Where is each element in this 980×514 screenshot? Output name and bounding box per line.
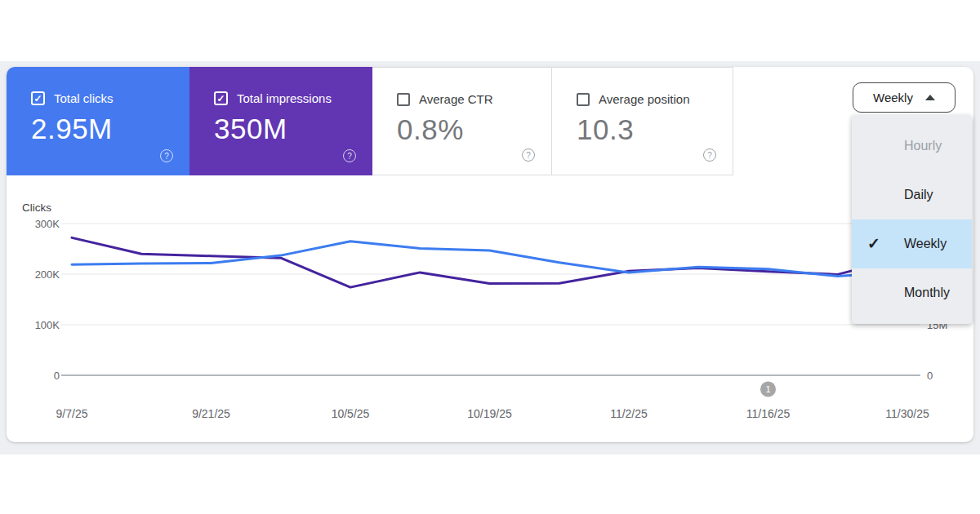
total-impressions-card[interactable]: ✓ Total impressions 350M ? bbox=[189, 67, 372, 175]
clicks-line bbox=[72, 241, 907, 277]
left-axis-title: Clicks bbox=[22, 202, 51, 214]
menu-item-label: Weekly bbox=[904, 237, 947, 250]
granularity-button[interactable]: Weekly bbox=[853, 82, 956, 113]
checkbox-checked-icon[interactable]: ✓ bbox=[31, 91, 45, 105]
checkbox-unchecked-icon[interactable] bbox=[577, 93, 590, 106]
caret-up-icon bbox=[925, 95, 935, 100]
menu-item-weekly[interactable]: ✓ Weekly bbox=[852, 219, 972, 268]
card-label: Average CTR bbox=[419, 92, 493, 106]
search-performance-panel: 0100K200K300K015MClicks9/7/259/21/2510/5… bbox=[7, 67, 973, 442]
checkmark-icon: ✓ bbox=[33, 94, 42, 104]
date-tick: 11/2/25 bbox=[610, 407, 648, 420]
card-head: ✓ Total impressions bbox=[214, 91, 372, 105]
total-impressions-value: 350M bbox=[214, 113, 372, 145]
date-tick: 11/30/25 bbox=[885, 407, 929, 420]
svg-text:1: 1 bbox=[765, 384, 770, 394]
help-icon[interactable]: ? bbox=[703, 148, 716, 162]
checkbox-unchecked-icon[interactable] bbox=[397, 93, 410, 106]
date-tick: 10/5/25 bbox=[332, 407, 370, 420]
average-ctr-value: 0.8% bbox=[397, 113, 551, 146]
date-tick: 11/16/25 bbox=[746, 407, 791, 420]
date-tick: 10/19/25 bbox=[467, 407, 512, 420]
left-axis-tick: 100K bbox=[35, 319, 60, 331]
menu-item-hourly[interactable]: Hourly bbox=[852, 122, 972, 171]
card-head: Average CTR bbox=[397, 92, 551, 106]
card-head: ✓ Total clicks bbox=[31, 91, 189, 105]
help-icon[interactable]: ? bbox=[160, 149, 173, 162]
left-axis-tick: 200K bbox=[35, 268, 60, 281]
screenshot-root: 0100K200K300K015MClicks9/7/259/21/2510/5… bbox=[0, 0, 980, 514]
help-icon[interactable]: ? bbox=[522, 148, 535, 162]
card-head: Average position bbox=[577, 92, 733, 106]
card-label: Total impressions bbox=[237, 91, 332, 105]
average-position-card[interactable]: Average position 10.3 ? bbox=[552, 67, 733, 175]
checkmark-icon: ✓ bbox=[216, 94, 225, 104]
total-clicks-card[interactable]: ✓ Total clicks 2.95M ? bbox=[7, 67, 189, 175]
checkbox-checked-icon[interactable]: ✓ bbox=[214, 91, 228, 105]
menu-item-monthly[interactable]: Monthly bbox=[852, 268, 972, 317]
card-label: Total clicks bbox=[54, 91, 114, 105]
annotation-badge[interactable]: 1 bbox=[760, 382, 776, 397]
help-icon[interactable]: ? bbox=[343, 149, 356, 162]
card-label: Average position bbox=[599, 92, 689, 106]
checkmark-icon: ✓ bbox=[867, 219, 880, 268]
date-tick: 9/7/25 bbox=[56, 407, 88, 420]
average-ctr-card[interactable]: Average CTR 0.8% ? bbox=[372, 67, 552, 175]
total-clicks-value: 2.95M bbox=[31, 113, 189, 145]
left-axis-tick: 0 bbox=[54, 370, 60, 382]
granularity-menu: Hourly Daily ✓ Weekly Monthly bbox=[852, 115, 972, 324]
average-position-value: 10.3 bbox=[577, 113, 733, 146]
date-tick: 9/21/25 bbox=[192, 407, 230, 420]
menu-item-daily[interactable]: Daily bbox=[852, 171, 972, 219]
right-axis-tick: 0 bbox=[927, 370, 933, 382]
granularity-button-label: Weekly bbox=[873, 91, 913, 104]
left-axis-tick: 300K bbox=[35, 218, 60, 230]
metric-cards-row: ✓ Total clicks 2.95M ? ✓ Total impressio… bbox=[7, 67, 973, 175]
